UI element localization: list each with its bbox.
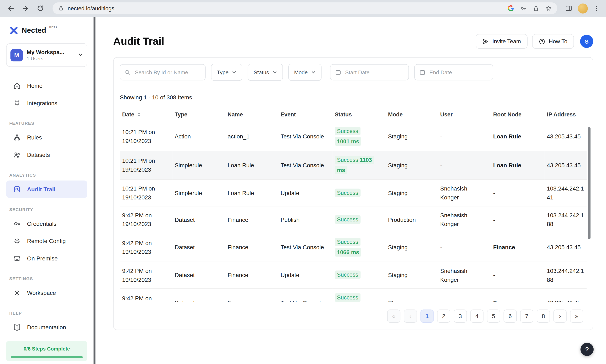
address-bar[interactable]: nected.io/auditlogs bbox=[52, 2, 557, 14]
column-header-user: User bbox=[438, 107, 491, 122]
cell-ip: 43.205.43.45 bbox=[545, 233, 587, 262]
cell-ip: 43.205.43.45 bbox=[545, 122, 587, 151]
help-floating-button[interactable]: ? bbox=[580, 343, 593, 356]
sidebar-item-home[interactable]: Home bbox=[6, 77, 87, 94]
browser-forward-button[interactable] bbox=[19, 2, 32, 14]
page-button-2[interactable]: 2 bbox=[437, 309, 450, 323]
page-button-6[interactable]: 6 bbox=[503, 309, 516, 323]
cell-date: 9:42 PM on 19/10/2023 bbox=[120, 233, 172, 262]
column-header-type: Type bbox=[172, 107, 225, 122]
cell-date: 9:42 PM on 19/10/2023 bbox=[120, 262, 172, 288]
mode-filter-select[interactable]: Mode bbox=[288, 64, 322, 81]
page-button-8[interactable]: 8 bbox=[537, 309, 550, 323]
pagination: « ‹ 12345678 › » bbox=[114, 302, 593, 330]
pagination-prev-button[interactable]: ‹ bbox=[404, 309, 417, 323]
nected-logo-icon bbox=[9, 26, 19, 36]
sidebar-section-security: SECURITY bbox=[9, 207, 94, 212]
sidebar-item-label: On Premise bbox=[27, 255, 57, 262]
browser-profile-avatar[interactable] bbox=[578, 3, 588, 13]
sidebar-item-integrations[interactable]: Integrations bbox=[6, 94, 87, 112]
browser-reload-button[interactable] bbox=[34, 2, 47, 14]
table-row: 9:42 PM on 19/10/2023 Dataset Finance Te… bbox=[120, 288, 587, 302]
sidebar: Nected BETA M My Workspa... 1 Users bbox=[0, 17, 94, 364]
sidebar-item-label: Integrations bbox=[27, 100, 57, 106]
table-row: 10:21 PM on 19/10/2023 Action action_1 T… bbox=[120, 122, 587, 151]
status-filter-label: Status bbox=[254, 69, 269, 75]
search-input[interactable] bbox=[134, 69, 200, 76]
type-filter-label: Type bbox=[217, 69, 229, 75]
password-key-icon[interactable] bbox=[520, 5, 527, 12]
type-filter-select[interactable]: Type bbox=[211, 64, 243, 81]
cell-user: - bbox=[438, 151, 491, 180]
workspace-users: 1 Users bbox=[26, 56, 74, 61]
root-node-link: - bbox=[493, 216, 495, 223]
bookmark-star-icon[interactable] bbox=[545, 5, 552, 12]
page-button-7[interactable]: 7 bbox=[520, 309, 533, 323]
cell-mode: Staging bbox=[386, 233, 438, 262]
cell-root-node: Finance bbox=[491, 288, 545, 302]
cell-root-node: Loan Rule bbox=[491, 151, 545, 180]
cell-root-node: - bbox=[491, 206, 545, 233]
sidebar-item-workspace[interactable]: Workspace bbox=[6, 284, 87, 301]
start-date-picker[interactable]: Start Date bbox=[330, 64, 409, 80]
pagination-next-button[interactable]: › bbox=[554, 309, 567, 323]
onboarding-progress[interactable]: 0/6 Steps Complete bbox=[6, 341, 87, 361]
cell-name: Finance bbox=[225, 262, 278, 288]
pagination-last-button[interactable]: » bbox=[570, 309, 583, 323]
browser-back-button[interactable] bbox=[5, 2, 17, 14]
brand-name: Nected bbox=[22, 26, 46, 36]
sidebar-item-label: Workspace bbox=[27, 289, 56, 296]
side-panel-icon[interactable] bbox=[565, 5, 572, 12]
end-date-picker[interactable]: End Date bbox=[414, 64, 493, 80]
sidebar-item-rules[interactable]: Rules bbox=[6, 129, 87, 146]
sidebar-scrollbar[interactable] bbox=[94, 17, 95, 364]
book-icon bbox=[13, 323, 21, 331]
table-row: 9:42 PM on 19/10/2023 Dataset Finance Te… bbox=[120, 233, 587, 262]
page-button-5[interactable]: 5 bbox=[487, 309, 500, 323]
sidebar-item-label: Remote Config bbox=[27, 238, 65, 244]
root-node-link[interactable]: Loan Rule bbox=[493, 133, 521, 140]
browser-menu-icon[interactable] bbox=[593, 5, 600, 12]
invite-team-button[interactable]: Invite Team bbox=[476, 34, 527, 49]
column-header-event: Event bbox=[278, 107, 333, 122]
cell-ip: 43.205.43.45 bbox=[545, 151, 587, 180]
sidebar-item-documentation[interactable]: Documentation bbox=[6, 318, 87, 336]
sort-icon[interactable] bbox=[137, 112, 141, 117]
send-icon bbox=[482, 38, 489, 45]
cell-mode: Staging bbox=[386, 288, 438, 302]
sidebar-section-settings: SETTINGS bbox=[9, 276, 94, 281]
cell-name: Finance bbox=[225, 233, 278, 262]
root-node-link[interactable]: Finance bbox=[493, 299, 515, 302]
page-button-4[interactable]: 4 bbox=[470, 309, 483, 323]
page-button-1[interactable]: 1 bbox=[420, 309, 434, 323]
share-icon[interactable] bbox=[533, 5, 539, 12]
sidebar-item-on-premise[interactable]: On Premise bbox=[6, 250, 87, 267]
cell-date: 9:42 PM on 19/10/2023 bbox=[120, 288, 172, 302]
root-node-link[interactable]: Finance bbox=[493, 244, 515, 251]
sidebar-item-audit-trail[interactable]: Audit Trail bbox=[6, 181, 87, 198]
workspace-selector[interactable]: M My Workspa... 1 Users bbox=[6, 43, 87, 67]
root-node-link[interactable]: Loan Rule bbox=[493, 162, 521, 169]
sidebar-item-remote-config[interactable]: Remote Config bbox=[6, 232, 87, 250]
table-row: 10:21 PM on 19/10/2023 Simplerule Loan R… bbox=[120, 180, 587, 206]
cell-user: - bbox=[438, 122, 491, 151]
pagination-first-button[interactable]: « bbox=[387, 309, 400, 323]
cell-type: Dataset bbox=[172, 206, 225, 233]
sidebar-item-datasets[interactable]: Datasets bbox=[6, 146, 87, 164]
page-button-3[interactable]: 3 bbox=[454, 309, 467, 323]
status-badge: Success bbox=[335, 271, 361, 279]
user-avatar[interactable]: S bbox=[580, 35, 593, 48]
status-filter-select[interactable]: Status bbox=[248, 64, 283, 81]
mode-filter-label: Mode bbox=[294, 69, 308, 75]
gear-icon bbox=[13, 237, 21, 245]
status-badge: Success bbox=[335, 188, 361, 197]
search-icon bbox=[125, 69, 130, 75]
sidebar-item-credentials[interactable]: Credentials bbox=[6, 215, 87, 232]
audit-search-doc-icon bbox=[13, 185, 21, 193]
brand-logo[interactable]: Nected BETA bbox=[0, 26, 94, 36]
table-scrollbar[interactable] bbox=[588, 127, 591, 239]
google-extension-icon[interactable] bbox=[507, 5, 514, 12]
cell-mode: Staging bbox=[386, 122, 438, 151]
how-to-button[interactable]: How To bbox=[532, 34, 574, 49]
table-header-row: Date Type Name Event Status bbox=[120, 107, 587, 122]
